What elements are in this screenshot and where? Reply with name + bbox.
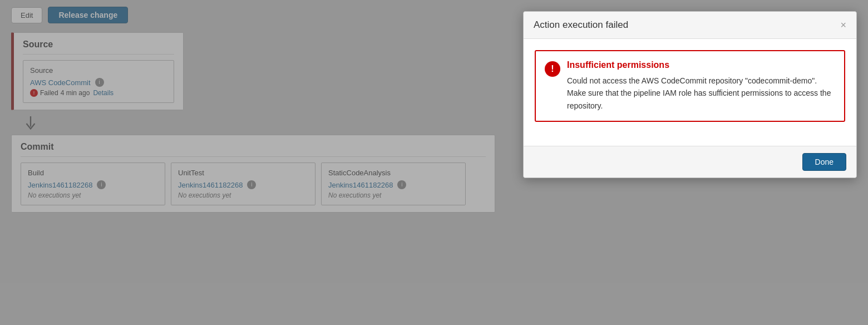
done-button[interactable]: Done <box>802 153 846 171</box>
modal-close-button[interactable]: × <box>840 20 846 30</box>
modal-body: ! Insufficient permissions Could not acc… <box>524 39 856 146</box>
error-box: ! Insufficient permissions Could not acc… <box>535 50 845 122</box>
action-execution-failed-modal: Action execution failed × ! Insufficient… <box>523 11 857 178</box>
modal-overlay: Action execution failed × ! Insufficient… <box>0 0 868 325</box>
error-large-icon: ! <box>545 61 560 77</box>
error-content: Insufficient permissions Could not acces… <box>567 60 835 112</box>
modal-header: Action execution failed × <box>524 12 856 39</box>
error-title: Insufficient permissions <box>567 60 835 70</box>
modal-title: Action execution failed <box>534 19 628 31</box>
error-message: Could not access the AWS CodeCommit repo… <box>567 75 835 112</box>
modal-footer: Done <box>524 146 856 178</box>
